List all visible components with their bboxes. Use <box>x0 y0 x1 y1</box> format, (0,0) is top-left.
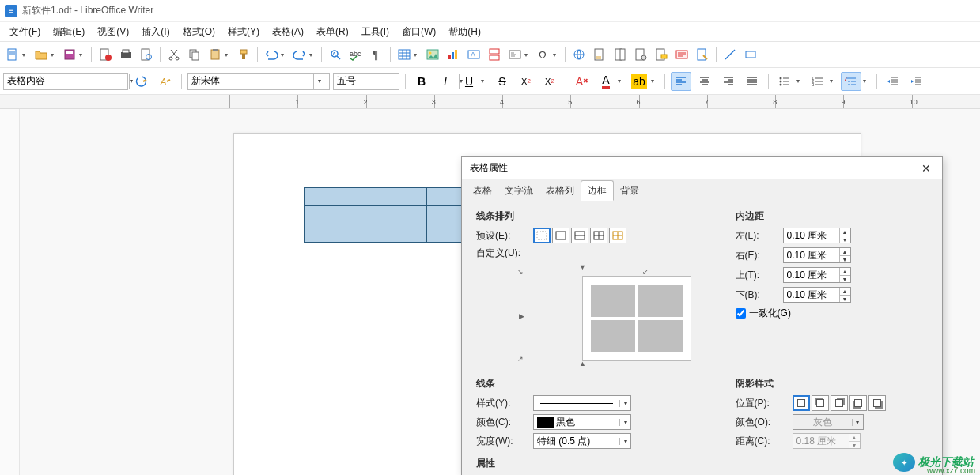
insert-pagebreak-button[interactable] <box>485 45 504 64</box>
insert-chart-button[interactable] <box>444 45 463 64</box>
menu-tools[interactable]: 工具(I) <box>355 24 395 40</box>
paragraph-style-combo[interactable]: ▾ <box>3 73 128 90</box>
border-preview-area[interactable]: ↘ ▼ ↙ ▶ ◀ ↗ ▲ ↖ <box>517 263 652 366</box>
tab-borders[interactable]: 边框 <box>581 180 614 201</box>
comment-button[interactable] <box>652 45 671 64</box>
spin-up-icon[interactable]: ▲ <box>840 248 850 256</box>
border-preview[interactable] <box>582 276 691 361</box>
align-right-button[interactable] <box>718 72 739 91</box>
preset-outer-horiz-button[interactable] <box>571 228 588 243</box>
preset-box-button[interactable] <box>552 228 569 243</box>
cross-reference-button[interactable] <box>631 45 650 64</box>
shadow-none-button[interactable] <box>793 395 810 411</box>
new-dropdown-icon[interactable]: ▾ <box>22 51 28 58</box>
paragraph-style-input[interactable] <box>4 74 129 89</box>
track-changes-button[interactable] <box>672 45 691 64</box>
outline-button[interactable] <box>841 72 861 91</box>
clone-format-button[interactable] <box>234 45 253 64</box>
highlight-button[interactable]: ab <box>629 72 649 91</box>
padding-left-input[interactable]: ▲▼ <box>783 228 851 243</box>
increase-indent-button[interactable] <box>883 72 903 91</box>
spellcheck-button[interactable]: abc <box>346 45 365 64</box>
hyperlink-button[interactable] <box>569 45 588 64</box>
menu-form[interactable]: 表单(R) <box>310 24 355 40</box>
export-pdf-button[interactable] <box>96 45 115 64</box>
insert-symbol-button[interactable]: Ω <box>534 45 553 64</box>
cut-button[interactable] <box>165 45 184 64</box>
print-preview-button[interactable] <box>137 45 156 64</box>
shadow-bottomright-button[interactable] <box>868 395 886 411</box>
preset-all-button[interactable] <box>590 228 607 243</box>
line-color-combo[interactable]: 黑色 ▾ <box>533 414 631 430</box>
vertical-ruler[interactable] <box>0 109 20 475</box>
undo-button[interactable] <box>262 45 281 64</box>
font-color-button[interactable]: A <box>596 72 616 91</box>
preset-none-button[interactable] <box>533 228 551 243</box>
bullet-dropdown-icon[interactable]: ▾ <box>796 77 803 85</box>
padding-right-input[interactable]: ▲▼ <box>783 247 851 263</box>
line-button[interactable] <box>721 45 740 64</box>
underline-dropdown-icon[interactable]: ▾ <box>481 77 487 85</box>
bookmark-button[interactable] <box>611 45 630 64</box>
update-style-button[interactable] <box>131 72 152 91</box>
menu-styles[interactable]: 样式(Y) <box>221 24 266 40</box>
superscript-button[interactable]: X2 <box>516 72 536 91</box>
font-name-input[interactable] <box>188 74 313 89</box>
footnote-button[interactable] <box>590 45 609 64</box>
spin-up-icon[interactable]: ▲ <box>840 288 850 296</box>
tab-columns[interactable]: 表格列 <box>539 181 581 200</box>
font-name-combo[interactable]: ▾ <box>187 73 330 90</box>
spin-up-icon[interactable]: ▲ <box>840 268 850 276</box>
formatting-marks-button[interactable]: ¶ <box>367 45 386 64</box>
shadow-topleft-button[interactable] <box>812 395 829 411</box>
copy-button[interactable] <box>185 45 204 64</box>
field-dropdown-icon[interactable]: ▾ <box>524 51 531 58</box>
menu-window[interactable]: 窗口(W) <box>395 24 442 40</box>
menu-edit[interactable]: 编辑(E) <box>47 24 91 40</box>
paste-button[interactable] <box>206 45 225 64</box>
align-justify-button[interactable] <box>742 72 762 91</box>
table-dropdown-icon[interactable]: ▾ <box>414 51 420 58</box>
insert-table-button[interactable] <box>395 45 414 64</box>
insert-field-button[interactable] <box>505 45 524 64</box>
spin-down-icon[interactable]: ▼ <box>840 296 850 303</box>
tab-textflow[interactable]: 文字流 <box>498 181 539 200</box>
number-dropdown-icon[interactable]: ▾ <box>830 77 836 85</box>
menu-view[interactable]: 视图(V) <box>91 24 135 40</box>
basic-shapes-button[interactable] <box>741 45 760 64</box>
italic-button[interactable]: I <box>435 72 456 91</box>
padding-top-input[interactable]: ▲▼ <box>783 267 851 283</box>
edit-comment-button[interactable] <box>693 45 712 64</box>
menu-table[interactable]: 表格(A) <box>266 24 310 40</box>
menu-insert[interactable]: 插入(I) <box>135 24 176 40</box>
spin-down-icon[interactable]: ▼ <box>840 256 850 263</box>
print-button[interactable] <box>116 45 135 64</box>
spin-down-icon[interactable]: ▼ <box>840 236 850 243</box>
save-button[interactable] <box>60 45 79 64</box>
strikethrough-button[interactable]: S <box>492 72 513 91</box>
tab-background[interactable]: 背景 <box>614 181 645 200</box>
redo-button[interactable] <box>290 45 309 64</box>
insert-textbox-button[interactable]: A <box>464 45 483 64</box>
horizontal-ruler[interactable]: 1 2 3 4 5 6 7 8 9 10 <box>0 95 980 109</box>
dropdown-icon[interactable]: ▾ <box>619 400 630 407</box>
spin-up-icon[interactable]: ▲ <box>840 228 850 236</box>
close-icon[interactable]: ✕ <box>918 162 934 175</box>
number-list-button[interactable]: 123 <box>808 72 828 91</box>
insert-image-button[interactable] <box>423 45 442 64</box>
font-color-dropdown-icon[interactable]: ▾ <box>618 77 624 85</box>
shadow-topright-button[interactable] <box>831 395 848 411</box>
redo-dropdown-icon[interactable]: ▾ <box>309 51 316 58</box>
underline-button[interactable]: U <box>459 72 479 91</box>
bullet-list-button[interactable] <box>774 72 795 91</box>
align-left-button[interactable] <box>671 72 691 91</box>
uniform-checkbox[interactable]: 一致化(G) <box>736 307 791 320</box>
menu-file[interactable]: 文件(F) <box>3 24 47 40</box>
highlight-dropdown-icon[interactable]: ▾ <box>651 77 657 85</box>
dropdown-icon[interactable]: ▾ <box>619 419 630 426</box>
symbol-dropdown-icon[interactable]: ▾ <box>553 51 559 58</box>
align-center-button[interactable] <box>694 72 715 91</box>
undo-dropdown-icon[interactable]: ▾ <box>281 51 287 58</box>
padding-bottom-input[interactable]: ▲▼ <box>783 287 851 303</box>
open-button[interactable] <box>32 45 51 64</box>
